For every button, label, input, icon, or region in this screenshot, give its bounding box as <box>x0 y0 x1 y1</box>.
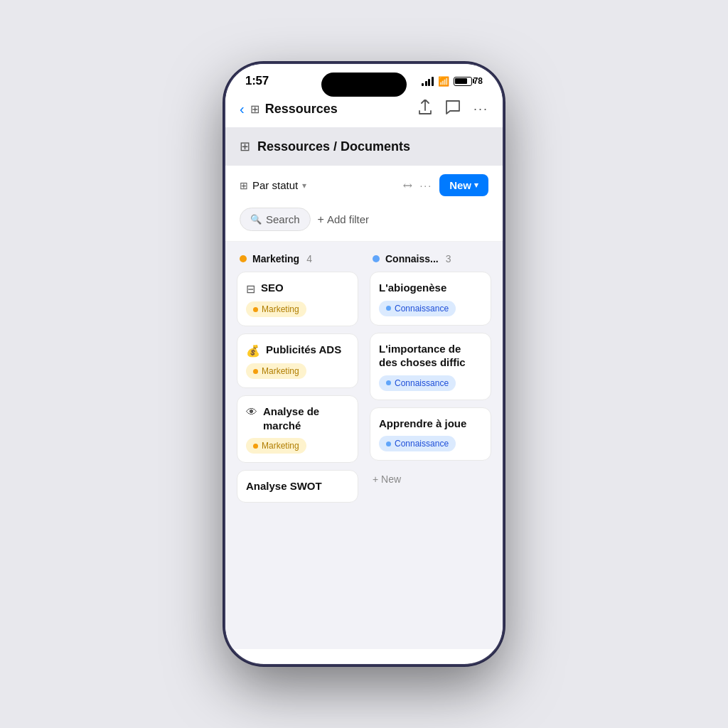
grid-view-icon: ⊞ <box>240 180 248 191</box>
card-apprendre-tag: Connaissance <box>379 436 456 451</box>
toolbar: ⊞ Par statut ▾ ⤢ ··· New ▾ <box>225 166 503 205</box>
card-seo-title: SEO <box>261 281 284 295</box>
card-analyse-tag: Marketing <box>246 438 306 454</box>
nav-bar: ‹ ⊞ Ressources ··· <box>225 94 503 127</box>
card-swot[interactable]: Analyse SWOT <box>237 470 358 503</box>
phone-screen: 1:57 📶 78 <box>225 64 503 664</box>
new-item-label: + New <box>373 473 401 485</box>
kanban-board: Marketing 4 ⊟ SEO Marketing <box>225 242 503 514</box>
card-seo-tag-label: Marketing <box>262 304 299 314</box>
battery-icon: 78 <box>454 76 483 86</box>
new-button[interactable]: New ▾ <box>439 174 488 196</box>
card-importance-top: L'importance de des choses diffic <box>379 342 482 370</box>
tag-marketing-dot-3 <box>253 444 258 449</box>
marketing-dot-icon <box>240 255 247 262</box>
card-seo-top: ⊟ SEO <box>246 281 349 296</box>
card-swot-title: Analyse SWOT <box>246 480 322 492</box>
search-label: Search <box>266 213 300 225</box>
marketing-column-count: 4 <box>306 253 312 264</box>
page-header-icon: ⊞ <box>240 139 250 154</box>
connaissance-dot-icon <box>373 255 380 262</box>
card-apprendre[interactable]: Apprendre à joue Connaissance <box>370 407 491 461</box>
card-importance-title: L'importance de des choses diffic <box>379 342 482 370</box>
card-importance-tag-label: Connaissance <box>395 378 449 388</box>
new-button-chevron-icon: ▾ <box>474 181 478 190</box>
card-abiogenese-tag: Connaissance <box>379 301 456 316</box>
card-analyse-marche[interactable]: 👁 Analyse de marché Marketing <box>237 395 358 463</box>
card-importance-tag: Connaissance <box>379 375 456 391</box>
tag-marketing-dot-2 <box>253 369 258 374</box>
group-chevron-icon[interactable]: ▾ <box>302 181 306 191</box>
card-seo[interactable]: ⊟ SEO Marketing <box>237 272 358 326</box>
more-dots-icon[interactable]: ··· <box>419 180 432 191</box>
status-time: 1:57 <box>245 74 269 88</box>
nav-title: Ressources <box>265 102 338 117</box>
nav-left: ‹ ⊞ Ressources <box>240 101 338 117</box>
tag-connaissance-dot-3 <box>386 441 391 446</box>
card-apprendre-tag-label: Connaissance <box>395 439 449 449</box>
tag-connaissance-dot-2 <box>386 380 391 385</box>
card-publicites-tag: Marketing <box>246 363 306 379</box>
toolbar-right: ⤢ ··· New ▾ <box>403 174 488 196</box>
group-label: Par statut <box>252 179 298 191</box>
back-button[interactable]: ‹ <box>240 101 245 117</box>
card-apprendre-title: Apprendre à joue <box>379 417 466 431</box>
signal-icon <box>422 77 434 86</box>
card-publicites-title: Publicités ADS <box>266 343 341 357</box>
card-abiogenese-tag-label: Connaissance <box>395 304 449 314</box>
share-button[interactable] <box>418 100 432 119</box>
card-publicites[interactable]: 💰 Publicités ADS Marketing <box>237 333 358 388</box>
add-filter-plus-icon: + <box>318 213 324 226</box>
column-header-marketing: Marketing 4 <box>237 253 358 264</box>
binoculars-icon: 👁 <box>246 406 257 419</box>
battery-pct: 78 <box>473 76 483 86</box>
card-analyse-tag-label: Marketing <box>262 441 299 451</box>
card-abiogenese-top: L'abiogenèse <box>379 281 482 295</box>
column-header-connaissance: Connaiss... 3 <box>370 253 491 264</box>
card-importance[interactable]: L'importance de des choses diffic Connai… <box>370 333 491 400</box>
column-marketing: Marketing 4 ⊟ SEO Marketing <box>237 253 358 503</box>
chat-button[interactable] <box>445 100 461 119</box>
card-analyse-title: Analyse de marché <box>263 405 349 432</box>
bar1 <box>422 83 424 86</box>
card-seo-tag: Marketing <box>246 301 306 317</box>
add-filter-button[interactable]: + Add filter <box>318 213 370 226</box>
card-publicites-top: 💰 Publicités ADS <box>246 343 349 358</box>
search-pill[interactable]: 🔍 Search <box>240 208 311 231</box>
new-button-label: New <box>449 179 471 191</box>
page-header-title: Ressources / Documents <box>257 139 410 154</box>
bar4 <box>432 77 434 86</box>
tag-connaissance-dot-1 <box>386 306 391 311</box>
status-icons: 📶 78 <box>422 76 483 87</box>
connaissance-column-name: Connaiss... <box>385 253 439 264</box>
search-icon: 🔍 <box>250 214 262 225</box>
main-content: ⊞ Par statut ▾ ⤢ ··· New ▾ <box>225 166 503 514</box>
column-connaissance: Connaiss... 3 L'abiogenèse Connaissance <box>370 253 491 503</box>
card-publicites-tag-label: Marketing <box>262 366 299 376</box>
bar2 <box>425 81 427 86</box>
dynamic-island <box>321 73 407 97</box>
more-button[interactable]: ··· <box>473 102 488 117</box>
bar3 <box>428 79 430 86</box>
add-filter-label: Add filter <box>327 213 369 225</box>
battery-body <box>454 77 472 86</box>
filter-bar: 🔍 Search + Add filter <box>225 205 503 242</box>
card-analyse-top: 👁 Analyse de marché <box>246 405 349 432</box>
card-abiogenese[interactable]: L'abiogenèse Connaissance <box>370 272 491 326</box>
tag-marketing-dot <box>253 307 258 312</box>
status-bar: 1:57 📶 78 <box>225 64 503 94</box>
phone-frame: 1:57 📶 78 <box>225 64 503 664</box>
connaissance-new-item-button[interactable]: + New <box>370 468 491 491</box>
nav-right: ··· <box>418 100 488 119</box>
ads-icon: 💰 <box>246 344 260 358</box>
toolbar-left: ⊞ Par statut ▾ <box>240 179 306 191</box>
marketing-column-name: Marketing <box>252 253 299 264</box>
card-apprendre-top: Apprendre à joue <box>379 417 482 431</box>
content-area: ⊞ Ressources / Documents ⊞ Par statut ▾ … <box>225 127 503 649</box>
doc-icon: ⊟ <box>246 282 255 296</box>
card-abiogenese-title: L'abiogenèse <box>379 281 446 295</box>
battery-fill <box>455 78 466 84</box>
expand-icon[interactable]: ⤢ <box>400 177 417 193</box>
nav-page-icon: ⊞ <box>250 102 259 116</box>
page-header: ⊞ Ressources / Documents <box>225 127 503 166</box>
